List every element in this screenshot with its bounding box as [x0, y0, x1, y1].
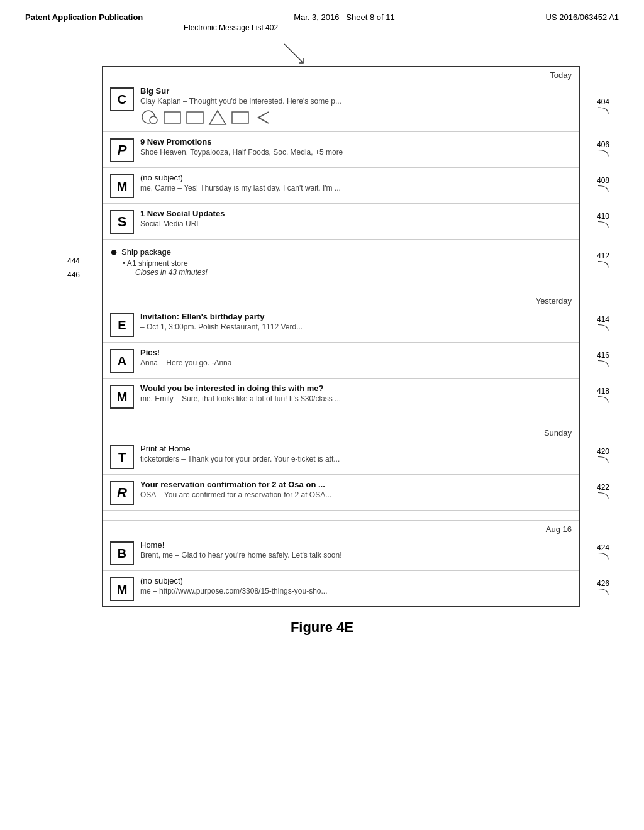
- icon-refresh: [140, 109, 159, 126]
- avatar-422: R: [110, 481, 134, 505]
- message-item-404[interactable]: C Big Sur Clay Kaplan – Thought you'd be…: [103, 81, 579, 132]
- date-header-aug16: Aug 16: [103, 521, 579, 535]
- ref-418: 418: [597, 387, 609, 406]
- content-404: Big Sur Clay Kaplan – Thought you'd be i…: [140, 86, 341, 126]
- content-408: (no subject) me, Carrie – Yes! Thursday …: [140, 173, 574, 192]
- subject-426: (no subject): [140, 576, 574, 585]
- subject-410: 1 New Social Updates: [140, 209, 574, 218]
- content-406: 9 New Promotions Shoe Heaven, Toypalooza…: [140, 137, 574, 157]
- message-item-406[interactable]: P 9 New Promotions Shoe Heaven, Toypaloo…: [103, 132, 579, 168]
- preview-418: me, Emily – Sure, that looks like a lot …: [140, 394, 574, 403]
- ref-422: 422: [597, 483, 609, 502]
- message-item-410[interactable]: S 1 New Social Updates Social Media URL …: [103, 204, 579, 240]
- preview-406: Shoe Heaven, Toypalooza, Half Foods, Soc…: [140, 148, 574, 157]
- subject-406: 9 New Promotions: [140, 137, 574, 147]
- message-item-412[interactable]: ● Ship package • A1 shipment store Close…: [103, 240, 579, 282]
- svg-line-0: [284, 44, 303, 63]
- subject-414: Invitation: Ellen's birthday party: [140, 312, 574, 321]
- avatar-426: M: [110, 577, 134, 601]
- ref-412: 412: [597, 251, 609, 270]
- avatar-408: M: [110, 174, 134, 198]
- content-426: (no subject) me – http://www.purpose.com…: [140, 576, 574, 595]
- label-arrow: [281, 41, 313, 65]
- patent-header: Patent Application Publication Mar. 3, 2…: [25, 13, 619, 22]
- avatar-406: P: [110, 138, 134, 162]
- avatar-424: B: [110, 541, 134, 565]
- patent-title: Patent Application Publication: [25, 13, 143, 22]
- message-item-420[interactable]: T Print at Home ticketorders – Thank you…: [103, 439, 579, 475]
- avatar-420: T: [110, 445, 134, 469]
- message-item-422[interactable]: R Your reservation confirmation for 2 at…: [103, 475, 579, 511]
- subject-408: (no subject): [140, 173, 574, 182]
- message-item-426[interactable]: M (no subject) me – http://www.purpose.c…: [103, 571, 579, 606]
- section-gap-aug16: [103, 511, 579, 521]
- svg-rect-6: [232, 112, 248, 123]
- ref-424: 424: [597, 543, 609, 563]
- diagram-container: Electronic Message List 402 444 446 Toda…: [102, 41, 580, 607]
- ref-406: 406: [597, 140, 609, 160]
- content-416: Pics! Anna – Here you go. -Anna: [140, 348, 574, 367]
- patent-number: US 2016/063452 A1: [546, 13, 619, 22]
- avatar-418: M: [110, 385, 134, 409]
- ref-414: 414: [597, 315, 609, 335]
- subject-418: Would you be interested in doing this wi…: [140, 384, 574, 393]
- content-424: Home! Brent, me – Glad to hear you're ho…: [140, 540, 574, 560]
- svg-marker-5: [209, 111, 226, 124]
- message-item-408[interactable]: M (no subject) me, Carrie – Yes! Thursda…: [103, 168, 579, 204]
- message-item-418[interactable]: M Would you be interested in doing this …: [103, 379, 579, 414]
- patent-date-sheet: Mar. 3, 2016 Sheet 8 of 11: [294, 13, 394, 22]
- content-420: Print at Home ticketorders – Thank you f…: [140, 444, 574, 463]
- ref-410: 410: [597, 212, 609, 231]
- preview-410: Social Media URL: [140, 219, 574, 228]
- preview-408: me, Carrie – Yes! Thursday is my last da…: [140, 184, 574, 192]
- date-header-today: Today: [103, 67, 579, 81]
- icon-arrow-left: [253, 109, 272, 126]
- preview-404: Clay Kaplan – Thought you'd be intereste…: [140, 97, 341, 106]
- ref-arrow-404: [597, 106, 609, 115]
- subject-416: Pics!: [140, 348, 574, 357]
- icon-rect1: [163, 109, 182, 126]
- avatar-410: S: [110, 210, 134, 234]
- preview-414: – Oct 1, 3:00pm. Polish Restaurant, 1112…: [140, 323, 574, 331]
- bullet-dot: ●: [110, 245, 118, 259]
- icon-rect2: [186, 109, 204, 126]
- ship-sub1: • A1 shipment store: [110, 259, 574, 268]
- preview-426: me – http://www.purpose.com/3308/15-thin…: [140, 587, 574, 595]
- preview-424: Brent, me – Glad to hear you're home saf…: [140, 551, 574, 560]
- icon-triangle: [208, 109, 227, 126]
- side-label-444: 444: [67, 257, 80, 265]
- subject-424: Home!: [140, 540, 574, 550]
- ref-404: 404: [597, 97, 609, 115]
- subject-422: Your reservation confirmation for 2 at O…: [140, 480, 574, 489]
- label-area: Electronic Message List 402: [102, 41, 580, 66]
- section-gap-yesterday: [103, 282, 579, 292]
- date-header-sunday: Sunday: [103, 424, 579, 439]
- content-414: Invitation: Ellen's birthday party – Oct…: [140, 312, 574, 331]
- content-422: Your reservation confirmation for 2 at O…: [140, 480, 574, 499]
- icon-rect3: [231, 109, 250, 126]
- content-418: Would you be interested in doing this wi…: [140, 384, 574, 403]
- message-item-414[interactable]: E Invitation: Ellen's birthday party – O…: [103, 307, 579, 343]
- svg-rect-3: [164, 112, 180, 123]
- side-label-446: 446: [67, 270, 80, 279]
- figure-caption: Figure 4E: [291, 619, 353, 636]
- avatar-404: C: [110, 87, 134, 111]
- subject-420: Print at Home: [140, 444, 574, 453]
- subject-404: Big Sur: [140, 86, 341, 96]
- message-list: Today C Big Sur Clay Kaplan – Thought yo…: [102, 66, 580, 607]
- preview-422: OSA – You are confirmed for a reservatio…: [140, 490, 574, 499]
- icon-row-404: [140, 109, 341, 126]
- list-label: Electronic Message List 402: [184, 23, 278, 32]
- ref-426: 426: [597, 579, 609, 599]
- preview-416: Anna – Here you go. -Anna: [140, 358, 574, 367]
- avatar-416: A: [110, 349, 134, 373]
- message-item-416[interactable]: A Pics! Anna – Here you go. -Anna 416: [103, 343, 579, 379]
- date-header-yesterday: Yesterday: [103, 292, 579, 307]
- message-item-424[interactable]: B Home! Brent, me – Glad to hear you're …: [103, 535, 579, 571]
- preview-420: ticketorders – Thank you for your order.…: [140, 455, 574, 463]
- section-gap-sunday: [103, 414, 579, 424]
- svg-point-2: [150, 116, 157, 124]
- content-410: 1 New Social Updates Social Media URL: [140, 209, 574, 228]
- figure-area: Electronic Message List 402 444 446 Toda…: [25, 41, 619, 636]
- ref-408: 408: [597, 176, 609, 196]
